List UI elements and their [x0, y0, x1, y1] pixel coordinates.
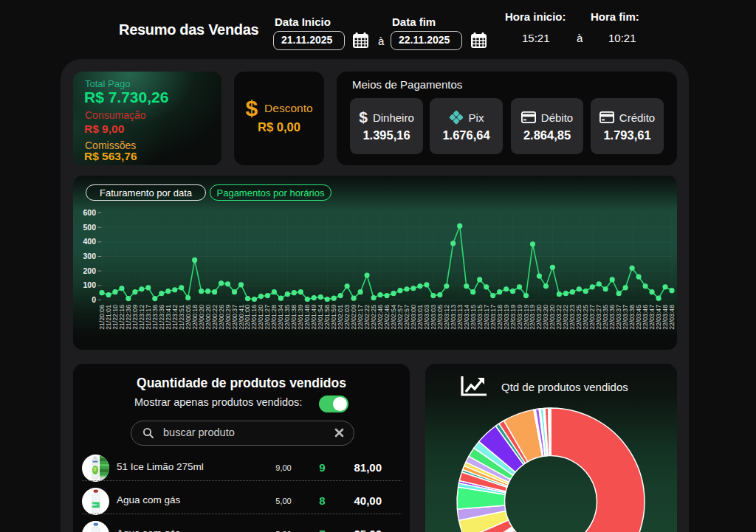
- svg-text:100: 100: [83, 280, 96, 289]
- svg-text:400: 400: [83, 237, 96, 246]
- svg-text:200: 200: [83, 266, 96, 275]
- svg-text:300: 300: [83, 252, 96, 260]
- svg-text:600: 600: [83, 208, 96, 217]
- svg-text:500: 500: [83, 223, 96, 232]
- svg-text:22/03:48: 22/03:48: [668, 305, 676, 330]
- svg-text:0: 0: [92, 295, 96, 304]
